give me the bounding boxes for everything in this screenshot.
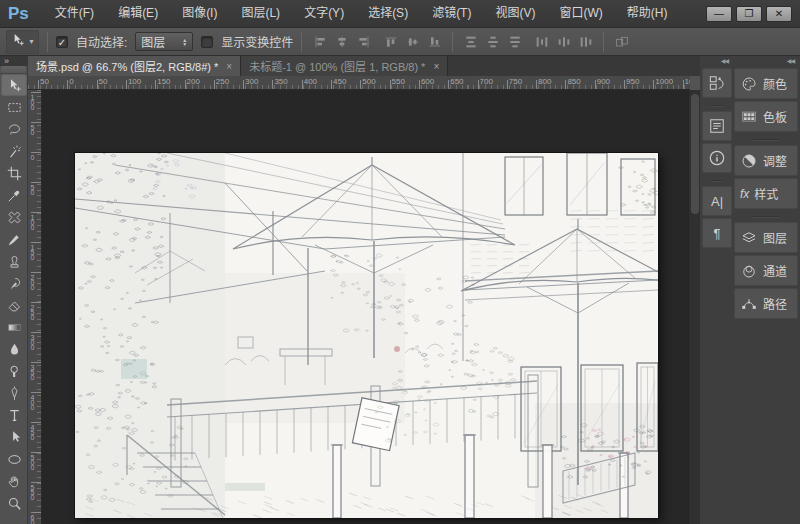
clone-stamp-tool[interactable] [1,250,27,272]
h-ruler-label: 250 [216,77,229,86]
ellipse-tool-icon [6,451,23,468]
distribute-bottom-icon [507,34,523,50]
eyedropper-tool[interactable] [1,184,27,206]
align-top-icon [383,34,399,50]
lasso-tool[interactable] [1,118,27,140]
tabs-container: 场景.psd @ 66.7% (图层2, RGB/8#) *×未标题-1 @ 1… [28,56,448,76]
history-brush-tool-icon [6,275,23,292]
h-ruler-label: 350 [274,77,287,86]
distribute-left-button[interactable] [532,32,551,51]
panel-button-paragraph[interactable]: ¶ [702,218,732,248]
distribute-h-center-button[interactable] [554,32,573,51]
document-canvas[interactable] [75,153,658,518]
panel-button-layers[interactable]: 图层 [734,222,798,253]
align-bottom-button[interactable] [425,32,444,51]
maximize-button[interactable]: ❐ [736,6,762,22]
auto-select-target-dropdown[interactable]: 图层 ▲▼ [135,32,193,51]
tab-close-icon[interactable]: × [433,61,439,72]
panel-button-color[interactable]: 颜色 [734,68,798,99]
distribute-bottom-button[interactable] [505,32,524,51]
blur-tool[interactable] [1,338,27,360]
panel-button-properties[interactable] [702,111,732,141]
document-tab-1[interactable]: 未标题-1 @ 100% (图层 1, RGB/8) *× [241,56,448,76]
move-tool[interactable] [1,74,27,96]
tab-close-icon[interactable]: × [226,61,232,72]
marquee-tool-icon [6,99,23,116]
panel-button-character[interactable]: A| [702,186,732,216]
options-bar: ▼ ✓ 自动选择: 图层 ▲▼ 显示变换控件 [0,28,800,56]
auto-select-checkbox[interactable]: ✓ [56,36,68,48]
vertical-ruler[interactable]: 1005005010015020025030035040045050055060… [28,90,42,524]
history-brush-tool[interactable] [1,272,27,294]
distribute-right-icon [578,34,594,50]
distribute-top-button[interactable] [461,32,480,51]
panel-button-paths[interactable]: 路径 [734,288,798,319]
document-tab-0[interactable]: 场景.psd @ 66.7% (图层2, RGB/8#) *× [28,56,241,76]
show-transform-checkbox[interactable] [201,36,213,48]
auto-align-layers-button[interactable] [612,32,631,51]
dock-narrow-column: A|¶ [702,68,732,250]
divider [603,32,604,52]
v-ruler-label: 500 [29,454,36,469]
panel-button-channels[interactable]: 通道 [734,255,798,286]
dock-collapse-icon[interactable]: ◀◀ [702,56,732,67]
panel-button-history[interactable] [702,68,732,98]
type-tool-icon [6,407,23,424]
crop-tool[interactable] [1,162,27,184]
menu-item-5[interactable]: 选择(S) [356,0,420,27]
ellipse-tool[interactable] [1,448,27,470]
scrollbar-thumb[interactable] [691,94,699,214]
vertical-scrollbar[interactable] [688,90,700,524]
minimize-button[interactable]: — [706,6,732,22]
menu-item-9[interactable]: 帮助(H) [615,0,680,27]
align-top-button[interactable] [381,32,400,51]
path-selection-tool[interactable] [1,426,27,448]
gradient-tool[interactable] [1,316,27,338]
menu-item-3[interactable]: 图层(L) [229,0,292,27]
panel-button-swatches[interactable]: 色板 [734,101,798,132]
align-h-center-button[interactable] [332,32,351,51]
menu-item-6[interactable]: 滤镜(T) [420,0,483,27]
divider [47,32,48,52]
align-right-button[interactable] [354,32,373,51]
distribute-buttons-horizontal [532,32,595,51]
zoom-tool-icon [6,495,23,512]
panel-button-styles[interactable]: fx样式 [734,178,798,209]
magic-wand-tool[interactable] [1,140,27,162]
tools-panel [0,66,28,524]
menu-item-2[interactable]: 图像(I) [170,0,229,27]
close-button[interactable]: ✕ [766,6,792,22]
tools-panel-drag-handle[interactable] [1,66,26,74]
h-ruler-label: 50 [99,77,108,86]
horizontal-ruler[interactable]: 5005010015020025030035040045050055060065… [28,76,690,90]
hand-tool[interactable] [1,470,27,492]
panel-button-adjustments[interactable]: 调整 [734,145,798,176]
window-controls: —❐✕ [706,6,800,22]
align-left-button[interactable] [310,32,329,51]
eraser-tool[interactable] [1,294,27,316]
panel-button-info[interactable] [702,143,732,173]
distribute-right-button[interactable] [576,32,595,51]
dodge-tool[interactable] [1,360,27,382]
brush-tool[interactable] [1,228,27,250]
h-ruler-label: 300 [245,77,258,86]
marquee-tool[interactable] [1,96,27,118]
zoom-tool[interactable] [1,492,27,514]
document-tab-bar: » 场景.psd @ 66.7% (图层2, RGB/8#) *×未标题-1 @… [0,56,700,76]
canvas-pasteboard[interactable] [42,90,688,524]
dock-collapse-icon[interactable]: ◀◀ [734,56,798,67]
menu-item-1[interactable]: 编辑(E) [106,0,170,27]
menu-item-7[interactable]: 视图(V) [483,0,547,27]
align-v-middle-button[interactable] [403,32,422,51]
toolbar-collapse-icon[interactable]: » [0,56,28,66]
type-tool[interactable] [1,404,27,426]
h-ruler-label: 900 [597,77,610,86]
menu-item-4[interactable]: 文字(Y) [292,0,356,27]
menu-item-8[interactable]: 窗口(W) [547,0,614,27]
tool-preset-dropdown[interactable]: ▼ [6,30,39,54]
path-selection-tool-icon [6,429,23,446]
distribute-v-middle-button[interactable] [483,32,502,51]
pen-tool[interactable] [1,382,27,404]
menu-item-0[interactable]: 文件(F) [43,0,106,27]
healing-brush-tool[interactable] [1,206,27,228]
